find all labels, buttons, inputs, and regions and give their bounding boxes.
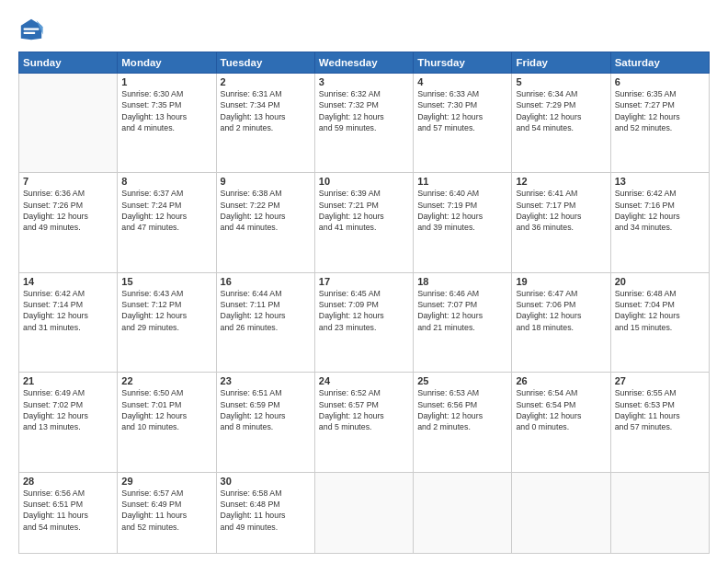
- day-number: 22: [121, 375, 211, 386]
- day-info: Sunrise: 6:32 AM Sunset: 7:32 PM Dayligh…: [319, 88, 409, 133]
- logo-icon: [18, 17, 44, 42]
- calendar-cell: 19Sunrise: 6:47 AM Sunset: 7:06 PM Dayli…: [512, 272, 610, 372]
- calendar-cell: 25Sunrise: 6:53 AM Sunset: 6:56 PM Dayli…: [414, 373, 512, 472]
- day-number: 23: [221, 375, 311, 386]
- calendar-cell: 15Sunrise: 6:43 AM Sunset: 7:12 PM Dayli…: [118, 272, 216, 372]
- weekday-header-tuesday: Tuesday: [216, 52, 314, 74]
- day-number: 20: [615, 276, 705, 287]
- calendar-cell: 28Sunrise: 6:56 AM Sunset: 6:51 PM Dayli…: [19, 472, 118, 553]
- day-number: 25: [417, 375, 507, 386]
- day-info: Sunrise: 6:58 AM Sunset: 6:48 PM Dayligh…: [221, 488, 311, 533]
- day-number: 4: [417, 76, 507, 87]
- weekday-header-monday: Monday: [118, 52, 216, 74]
- weekday-header-sunday: Sunday: [19, 52, 118, 74]
- week-row-0: 1Sunrise: 6:30 AM Sunset: 7:35 PM Daylig…: [19, 74, 710, 173]
- calendar-table: SundayMondayTuesdayWednesdayThursdayFrid…: [18, 52, 710, 554]
- day-number: 27: [615, 375, 705, 386]
- calendar-cell: 9Sunrise: 6:38 AM Sunset: 7:22 PM Daylig…: [216, 173, 314, 272]
- calendar-cell: 27Sunrise: 6:55 AM Sunset: 6:53 PM Dayli…: [610, 373, 709, 472]
- day-info: Sunrise: 6:55 AM Sunset: 6:53 PM Dayligh…: [615, 387, 705, 432]
- day-info: Sunrise: 6:42 AM Sunset: 7:14 PM Dayligh…: [23, 288, 113, 333]
- calendar-cell: 30Sunrise: 6:58 AM Sunset: 6:48 PM Dayli…: [216, 472, 314, 553]
- day-number: 15: [121, 276, 211, 287]
- calendar-cell: 11Sunrise: 6:40 AM Sunset: 7:19 PM Dayli…: [414, 173, 512, 272]
- calendar-cell: 21Sunrise: 6:49 AM Sunset: 7:02 PM Dayli…: [19, 373, 118, 472]
- day-info: Sunrise: 6:53 AM Sunset: 6:56 PM Dayligh…: [417, 387, 507, 432]
- calendar-cell: 1Sunrise: 6:30 AM Sunset: 7:35 PM Daylig…: [118, 74, 216, 173]
- day-number: 2: [221, 76, 311, 87]
- svg-rect-3: [24, 32, 36, 34]
- day-info: Sunrise: 6:34 AM Sunset: 7:29 PM Dayligh…: [516, 88, 606, 133]
- day-number: 28: [23, 476, 113, 487]
- day-number: 30: [221, 476, 311, 487]
- calendar-cell: 24Sunrise: 6:52 AM Sunset: 6:57 PM Dayli…: [314, 373, 413, 472]
- day-number: 5: [516, 76, 606, 87]
- day-info: Sunrise: 6:57 AM Sunset: 6:49 PM Dayligh…: [121, 488, 211, 533]
- day-info: Sunrise: 6:43 AM Sunset: 7:12 PM Dayligh…: [121, 288, 211, 333]
- calendar-cell: [19, 74, 118, 173]
- day-info: Sunrise: 6:45 AM Sunset: 7:09 PM Dayligh…: [319, 288, 409, 333]
- day-info: Sunrise: 6:48 AM Sunset: 7:04 PM Dayligh…: [615, 288, 705, 333]
- calendar-cell: 3Sunrise: 6:32 AM Sunset: 7:32 PM Daylig…: [314, 74, 413, 173]
- page: SundayMondayTuesdayWednesdayThursdayFrid…: [0, 0, 728, 563]
- weekday-header-row: SundayMondayTuesdayWednesdayThursdayFrid…: [19, 52, 710, 74]
- calendar-cell: [512, 472, 610, 553]
- calendar-cell: 13Sunrise: 6:42 AM Sunset: 7:16 PM Dayli…: [610, 173, 709, 272]
- day-info: Sunrise: 6:31 AM Sunset: 7:34 PM Dayligh…: [221, 88, 311, 133]
- calendar-cell: [414, 472, 512, 553]
- day-number: 12: [516, 176, 606, 187]
- day-number: 21: [23, 375, 113, 386]
- calendar-cell: 20Sunrise: 6:48 AM Sunset: 7:04 PM Dayli…: [610, 272, 709, 372]
- calendar-cell: 17Sunrise: 6:45 AM Sunset: 7:09 PM Dayli…: [314, 272, 413, 372]
- day-info: Sunrise: 6:40 AM Sunset: 7:19 PM Dayligh…: [417, 188, 507, 233]
- calendar-cell: 16Sunrise: 6:44 AM Sunset: 7:11 PM Dayli…: [216, 272, 314, 372]
- day-info: Sunrise: 6:36 AM Sunset: 7:26 PM Dayligh…: [23, 188, 113, 233]
- calendar-cell: [314, 472, 413, 553]
- day-info: Sunrise: 6:37 AM Sunset: 7:24 PM Dayligh…: [121, 188, 211, 233]
- calendar-cell: 8Sunrise: 6:37 AM Sunset: 7:24 PM Daylig…: [118, 173, 216, 272]
- day-number: 26: [516, 375, 606, 386]
- day-info: Sunrise: 6:54 AM Sunset: 6:54 PM Dayligh…: [516, 387, 606, 432]
- day-info: Sunrise: 6:52 AM Sunset: 6:57 PM Dayligh…: [319, 387, 409, 432]
- calendar-cell: 7Sunrise: 6:36 AM Sunset: 7:26 PM Daylig…: [19, 173, 118, 272]
- calendar-cell: 2Sunrise: 6:31 AM Sunset: 7:34 PM Daylig…: [216, 74, 314, 173]
- day-info: Sunrise: 6:33 AM Sunset: 7:30 PM Dayligh…: [417, 88, 507, 133]
- weekday-header-saturday: Saturday: [610, 52, 709, 74]
- day-number: 16: [221, 276, 311, 287]
- calendar-cell: 23Sunrise: 6:51 AM Sunset: 6:59 PM Dayli…: [216, 373, 314, 472]
- day-info: Sunrise: 6:39 AM Sunset: 7:21 PM Dayligh…: [319, 188, 409, 233]
- calendar-cell: 18Sunrise: 6:46 AM Sunset: 7:07 PM Dayli…: [414, 272, 512, 372]
- week-row-2: 14Sunrise: 6:42 AM Sunset: 7:14 PM Dayli…: [19, 272, 710, 372]
- day-number: 19: [516, 276, 606, 287]
- day-number: 9: [221, 176, 311, 187]
- header: [18, 17, 710, 42]
- day-info: Sunrise: 6:50 AM Sunset: 7:01 PM Dayligh…: [121, 387, 211, 432]
- calendar-cell: 22Sunrise: 6:50 AM Sunset: 7:01 PM Dayli…: [118, 373, 216, 472]
- day-info: Sunrise: 6:30 AM Sunset: 7:35 PM Dayligh…: [121, 88, 211, 133]
- day-number: 18: [417, 276, 507, 287]
- calendar-cell: 29Sunrise: 6:57 AM Sunset: 6:49 PM Dayli…: [118, 472, 216, 553]
- calendar-cell: 4Sunrise: 6:33 AM Sunset: 7:30 PM Daylig…: [414, 74, 512, 173]
- day-info: Sunrise: 6:56 AM Sunset: 6:51 PM Dayligh…: [23, 488, 113, 533]
- calendar-cell: 10Sunrise: 6:39 AM Sunset: 7:21 PM Dayli…: [314, 173, 413, 272]
- day-number: 11: [417, 176, 507, 187]
- calendar-cell: 12Sunrise: 6:41 AM Sunset: 7:17 PM Dayli…: [512, 173, 610, 272]
- day-info: Sunrise: 6:51 AM Sunset: 6:59 PM Dayligh…: [221, 387, 311, 432]
- week-row-1: 7Sunrise: 6:36 AM Sunset: 7:26 PM Daylig…: [19, 173, 710, 272]
- day-info: Sunrise: 6:46 AM Sunset: 7:07 PM Dayligh…: [417, 288, 507, 333]
- calendar-cell: 14Sunrise: 6:42 AM Sunset: 7:14 PM Dayli…: [19, 272, 118, 372]
- day-number: 29: [121, 476, 211, 487]
- day-number: 7: [23, 176, 113, 187]
- day-number: 3: [319, 76, 409, 87]
- calendar-cell: 5Sunrise: 6:34 AM Sunset: 7:29 PM Daylig…: [512, 74, 610, 173]
- weekday-header-thursday: Thursday: [414, 52, 512, 74]
- day-number: 10: [319, 176, 409, 187]
- calendar-cell: [610, 472, 709, 553]
- day-info: Sunrise: 6:42 AM Sunset: 7:16 PM Dayligh…: [615, 188, 705, 233]
- day-info: Sunrise: 6:38 AM Sunset: 7:22 PM Dayligh…: [221, 188, 311, 233]
- day-number: 13: [615, 176, 705, 187]
- day-info: Sunrise: 6:49 AM Sunset: 7:02 PM Dayligh…: [23, 387, 113, 432]
- weekday-header-wednesday: Wednesday: [314, 52, 413, 74]
- calendar-cell: 26Sunrise: 6:54 AM Sunset: 6:54 PM Dayli…: [512, 373, 610, 472]
- day-info: Sunrise: 6:41 AM Sunset: 7:17 PM Dayligh…: [516, 188, 606, 233]
